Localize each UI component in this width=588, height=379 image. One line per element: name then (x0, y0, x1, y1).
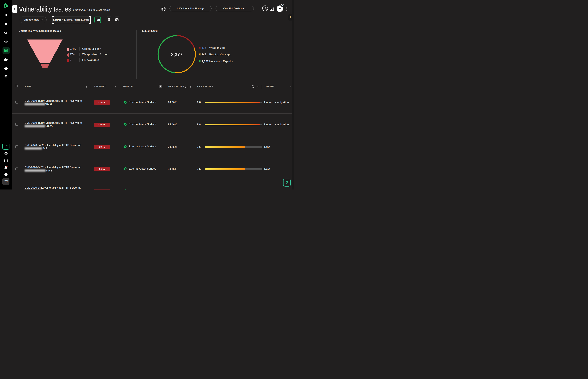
svg-text:?: ? (5, 173, 7, 175)
